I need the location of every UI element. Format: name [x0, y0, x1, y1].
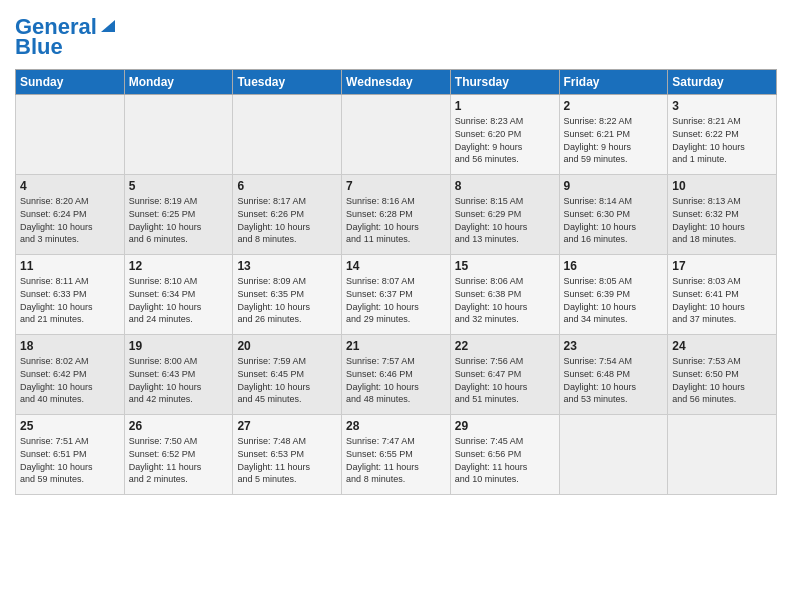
day-number: 1 [455, 99, 555, 113]
calendar-cell: 15Sunrise: 8:06 AM Sunset: 6:38 PM Dayli… [450, 255, 559, 335]
day-info: Sunrise: 7:51 AM Sunset: 6:51 PM Dayligh… [20, 435, 120, 485]
weekday-header-saturday: Saturday [668, 70, 777, 95]
calendar-cell: 29Sunrise: 7:45 AM Sunset: 6:56 PM Dayli… [450, 415, 559, 495]
calendar-cell: 19Sunrise: 8:00 AM Sunset: 6:43 PM Dayli… [124, 335, 233, 415]
calendar-cell: 21Sunrise: 7:57 AM Sunset: 6:46 PM Dayli… [342, 335, 451, 415]
header: General Blue [15, 15, 777, 59]
day-info: Sunrise: 8:05 AM Sunset: 6:39 PM Dayligh… [564, 275, 664, 325]
day-info: Sunrise: 8:07 AM Sunset: 6:37 PM Dayligh… [346, 275, 446, 325]
calendar-cell [124, 95, 233, 175]
calendar-cell: 1Sunrise: 8:23 AM Sunset: 6:20 PM Daylig… [450, 95, 559, 175]
day-info: Sunrise: 7:59 AM Sunset: 6:45 PM Dayligh… [237, 355, 337, 405]
calendar-cell: 6Sunrise: 8:17 AM Sunset: 6:26 PM Daylig… [233, 175, 342, 255]
calendar-cell [16, 95, 125, 175]
calendar-week-row: 11Sunrise: 8:11 AM Sunset: 6:33 PM Dayli… [16, 255, 777, 335]
day-info: Sunrise: 7:56 AM Sunset: 6:47 PM Dayligh… [455, 355, 555, 405]
day-number: 21 [346, 339, 446, 353]
day-number: 8 [455, 179, 555, 193]
day-number: 29 [455, 419, 555, 433]
calendar-cell: 10Sunrise: 8:13 AM Sunset: 6:32 PM Dayli… [668, 175, 777, 255]
weekday-header-wednesday: Wednesday [342, 70, 451, 95]
logo-subtext: Blue [15, 34, 63, 59]
day-number: 4 [20, 179, 120, 193]
calendar-cell: 28Sunrise: 7:47 AM Sunset: 6:55 PM Dayli… [342, 415, 451, 495]
calendar-week-row: 4Sunrise: 8:20 AM Sunset: 6:24 PM Daylig… [16, 175, 777, 255]
day-number: 10 [672, 179, 772, 193]
day-info: Sunrise: 7:54 AM Sunset: 6:48 PM Dayligh… [564, 355, 664, 405]
day-info: Sunrise: 8:02 AM Sunset: 6:42 PM Dayligh… [20, 355, 120, 405]
day-number: 3 [672, 99, 772, 113]
day-number: 11 [20, 259, 120, 273]
weekday-header-thursday: Thursday [450, 70, 559, 95]
calendar-week-row: 25Sunrise: 7:51 AM Sunset: 6:51 PM Dayli… [16, 415, 777, 495]
day-number: 6 [237, 179, 337, 193]
calendar-cell [559, 415, 668, 495]
calendar-cell: 16Sunrise: 8:05 AM Sunset: 6:39 PM Dayli… [559, 255, 668, 335]
day-info: Sunrise: 8:09 AM Sunset: 6:35 PM Dayligh… [237, 275, 337, 325]
day-number: 9 [564, 179, 664, 193]
day-info: Sunrise: 8:14 AM Sunset: 6:30 PM Dayligh… [564, 195, 664, 245]
day-number: 7 [346, 179, 446, 193]
weekday-header-monday: Monday [124, 70, 233, 95]
calendar-cell: 4Sunrise: 8:20 AM Sunset: 6:24 PM Daylig… [16, 175, 125, 255]
svg-marker-0 [101, 20, 115, 32]
weekday-header-tuesday: Tuesday [233, 70, 342, 95]
calendar-cell: 17Sunrise: 8:03 AM Sunset: 6:41 PM Dayli… [668, 255, 777, 335]
calendar-container: General Blue SundayMondayTuesdayWednesda… [0, 0, 792, 505]
calendar-cell [233, 95, 342, 175]
day-info: Sunrise: 8:20 AM Sunset: 6:24 PM Dayligh… [20, 195, 120, 245]
day-info: Sunrise: 8:22 AM Sunset: 6:21 PM Dayligh… [564, 115, 664, 165]
day-info: Sunrise: 7:57 AM Sunset: 6:46 PM Dayligh… [346, 355, 446, 405]
calendar-cell: 13Sunrise: 8:09 AM Sunset: 6:35 PM Dayli… [233, 255, 342, 335]
day-number: 12 [129, 259, 229, 273]
calendar-cell: 2Sunrise: 8:22 AM Sunset: 6:21 PM Daylig… [559, 95, 668, 175]
day-info: Sunrise: 8:03 AM Sunset: 6:41 PM Dayligh… [672, 275, 772, 325]
day-info: Sunrise: 8:06 AM Sunset: 6:38 PM Dayligh… [455, 275, 555, 325]
day-info: Sunrise: 8:23 AM Sunset: 6:20 PM Dayligh… [455, 115, 555, 165]
day-number: 25 [20, 419, 120, 433]
day-number: 20 [237, 339, 337, 353]
calendar-cell [342, 95, 451, 175]
calendar-cell: 26Sunrise: 7:50 AM Sunset: 6:52 PM Dayli… [124, 415, 233, 495]
calendar-cell: 5Sunrise: 8:19 AM Sunset: 6:25 PM Daylig… [124, 175, 233, 255]
calendar-cell [668, 415, 777, 495]
calendar-cell: 27Sunrise: 7:48 AM Sunset: 6:53 PM Dayli… [233, 415, 342, 495]
calendar-week-row: 18Sunrise: 8:02 AM Sunset: 6:42 PM Dayli… [16, 335, 777, 415]
calendar-cell: 7Sunrise: 8:16 AM Sunset: 6:28 PM Daylig… [342, 175, 451, 255]
calendar-cell: 8Sunrise: 8:15 AM Sunset: 6:29 PM Daylig… [450, 175, 559, 255]
weekday-header-friday: Friday [559, 70, 668, 95]
day-number: 28 [346, 419, 446, 433]
calendar-cell: 24Sunrise: 7:53 AM Sunset: 6:50 PM Dayli… [668, 335, 777, 415]
day-number: 14 [346, 259, 446, 273]
day-info: Sunrise: 8:17 AM Sunset: 6:26 PM Dayligh… [237, 195, 337, 245]
day-info: Sunrise: 7:45 AM Sunset: 6:56 PM Dayligh… [455, 435, 555, 485]
day-number: 26 [129, 419, 229, 433]
calendar-cell: 14Sunrise: 8:07 AM Sunset: 6:37 PM Dayli… [342, 255, 451, 335]
day-info: Sunrise: 7:48 AM Sunset: 6:53 PM Dayligh… [237, 435, 337, 485]
day-number: 19 [129, 339, 229, 353]
calendar-cell: 25Sunrise: 7:51 AM Sunset: 6:51 PM Dayli… [16, 415, 125, 495]
day-info: Sunrise: 8:10 AM Sunset: 6:34 PM Dayligh… [129, 275, 229, 325]
day-number: 22 [455, 339, 555, 353]
day-number: 24 [672, 339, 772, 353]
day-number: 27 [237, 419, 337, 433]
day-number: 17 [672, 259, 772, 273]
calendar-table: SundayMondayTuesdayWednesdayThursdayFrid… [15, 69, 777, 495]
calendar-cell: 11Sunrise: 8:11 AM Sunset: 6:33 PM Dayli… [16, 255, 125, 335]
day-number: 2 [564, 99, 664, 113]
day-number: 13 [237, 259, 337, 273]
day-info: Sunrise: 8:21 AM Sunset: 6:22 PM Dayligh… [672, 115, 772, 165]
day-number: 5 [129, 179, 229, 193]
weekday-header-sunday: Sunday [16, 70, 125, 95]
day-info: Sunrise: 8:16 AM Sunset: 6:28 PM Dayligh… [346, 195, 446, 245]
day-info: Sunrise: 8:15 AM Sunset: 6:29 PM Dayligh… [455, 195, 555, 245]
calendar-cell: 3Sunrise: 8:21 AM Sunset: 6:22 PM Daylig… [668, 95, 777, 175]
calendar-cell: 12Sunrise: 8:10 AM Sunset: 6:34 PM Dayli… [124, 255, 233, 335]
calendar-cell: 22Sunrise: 7:56 AM Sunset: 6:47 PM Dayli… [450, 335, 559, 415]
day-info: Sunrise: 8:11 AM Sunset: 6:33 PM Dayligh… [20, 275, 120, 325]
logo-icon [99, 16, 117, 34]
day-info: Sunrise: 7:47 AM Sunset: 6:55 PM Dayligh… [346, 435, 446, 485]
calendar-cell: 18Sunrise: 8:02 AM Sunset: 6:42 PM Dayli… [16, 335, 125, 415]
day-number: 18 [20, 339, 120, 353]
day-info: Sunrise: 7:50 AM Sunset: 6:52 PM Dayligh… [129, 435, 229, 485]
